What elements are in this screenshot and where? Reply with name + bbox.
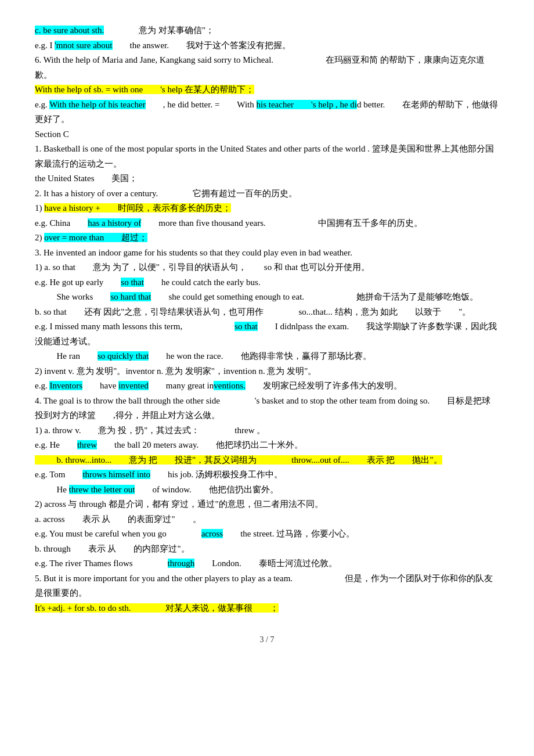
highlight-c-be-sure: c. be sure about sth. <box>35 26 104 35</box>
page-footer: 3 / 7 <box>35 633 499 647</box>
line-eg-china-history: e.g. Chinahas a history ofmore than five… <box>35 216 499 231</box>
line-b-throw-into: b. throw...into...意为 把投进"，其反义词组为throw...… <box>35 453 499 468</box>
line-a-across: a. across表示 从的表面穿过"。 <box>35 512 499 527</box>
line-eg-thames: e.g. The river Thames flowsthroughLondon… <box>35 556 499 571</box>
line-1-a-throw: 1) a. throw v.意为 投，扔"，其过去式：threw 。 <box>35 423 499 438</box>
line-the-united-states: the United States美国； <box>35 171 499 186</box>
line-with-help-formula: With the help of sb. = with one's help 在… <box>35 82 499 98</box>
line-2-across-through: 2) across 与 through 都是介词，都有 穿过，通过"的意思，但二… <box>35 497 499 512</box>
line-eg-careful-street: e.g. You must be careful when you goacro… <box>35 527 499 542</box>
highlight-has-history-of: has a history of <box>88 218 141 228</box>
line-eg-tom-throws: e.g. Tomthrows himself intohis job. 汤姆积极… <box>35 467 499 483</box>
line-4-goal: 4. The goal is to throw the ball through… <box>35 394 499 423</box>
highlight-inventors: Inventors <box>49 381 82 390</box>
highlight-threw-letter-out: threw the letter out <box>69 485 135 494</box>
line-6-with-help: 6. With the help of Maria and Jane, Kang… <box>35 53 499 82</box>
line-eg-inventors: e.g. Inventorshave inventedmany great in… <box>35 379 499 394</box>
highlight-over-more-than: over = more than超过； <box>44 233 147 242</box>
line-1-have-history: 1) have a history +时间段，表示有多长的历史； <box>35 201 499 216</box>
line-3-invented: 3. He invented an indoor game for his st… <box>35 246 499 261</box>
page-content: c. be sure about sth.意为 对某事确信"； e.g. I '… <box>35 23 499 647</box>
line-b-so-that: b. so that还有 因此"之意，引导结果状语从句，也可用作so...tha… <box>35 305 499 320</box>
line-eg-not-sure: e.g. I 'mnot sure aboutthe answer.我对于这个答… <box>35 38 499 53</box>
line-its-adj-for: It's +adj. + for sb. to do sth.对某人来说，做某事… <box>35 601 499 616</box>
line-eg-with-teacher: e.g. With the help of his teacher, he di… <box>35 98 499 127</box>
line-5-important: 5. But it is more important for you and … <box>35 571 499 601</box>
line-he-threw-letter: He threw the letter outof window.他把信扔出窗外… <box>35 483 499 498</box>
highlight-with-teacher: With the help of his teacher <box>49 100 146 109</box>
line-he-ran: He ranso quickly thathe won the race.他跑得… <box>35 349 499 364</box>
highlight-so-that-2: so that <box>234 322 258 331</box>
line-2-invent: 2) invent v. 意为 发明"。inventor n. 意为 发明家"，… <box>35 364 499 379</box>
line-b-through: b. through表示 从的内部穿过"。 <box>35 542 499 557</box>
highlight-have-history: have a history +时间段，表示有多长的历史； <box>44 203 230 213</box>
highlight-through: through <box>168 559 195 568</box>
highlight-so-that-1: so that <box>121 278 144 287</box>
highlight-invented: invented <box>118 381 149 390</box>
line-eg-got-up-early: e.g. He got up earlyso thathe could catc… <box>35 275 499 290</box>
highlight-threw: threw <box>77 440 97 449</box>
line-eg-threw-ball: e.g. Hethrewthe ball 20 meters away.他把球扔… <box>35 438 499 453</box>
line-1-so-that: 1) a. so that意为 为了，以便"，引导目的状语从句，so 和 tha… <box>35 260 499 275</box>
highlight-across: across <box>201 529 223 538</box>
highlight-with-help-formula: With the help of sb. = with one's help 在… <box>35 85 254 94</box>
line-eg-missed-math: e.g. I missed many math lessons this ter… <box>35 319 499 349</box>
line-2-over-more-than: 2) over = more than超过； <box>35 231 499 246</box>
highlight-inventions: ventions. <box>214 381 246 390</box>
line-section-c: Section C <box>35 127 499 142</box>
highlight-throw-into-full: b. throw...into...意为 把投进"，其反义词组为throw...… <box>35 455 442 465</box>
highlight-throws-himself-into: throws himself into <box>82 470 150 479</box>
page-number: 3 / 7 <box>260 635 275 644</box>
highlight-its-adj-for: It's +adj. + for sb. to do sth.对某人来说，做某事… <box>35 603 279 613</box>
highlight-so-hard-that: so hard that <box>110 292 151 301</box>
highlight-his-teacher: his teacher's help , he di <box>257 100 358 109</box>
line-1-basketball: 1. Basketball is one of the most popular… <box>35 142 499 171</box>
line-c-be-sure: c. be sure about sth.意为 对某事确信"； <box>35 23 499 38</box>
line-2-history: 2. It has a history of over a century.它拥… <box>35 186 499 201</box>
highlight-mnot-sure: 'mnot sure about <box>55 41 112 50</box>
line-she-works: She worksso hard thatshe could get somet… <box>35 290 499 305</box>
highlight-so-quickly-that: so quickly that <box>98 351 149 361</box>
